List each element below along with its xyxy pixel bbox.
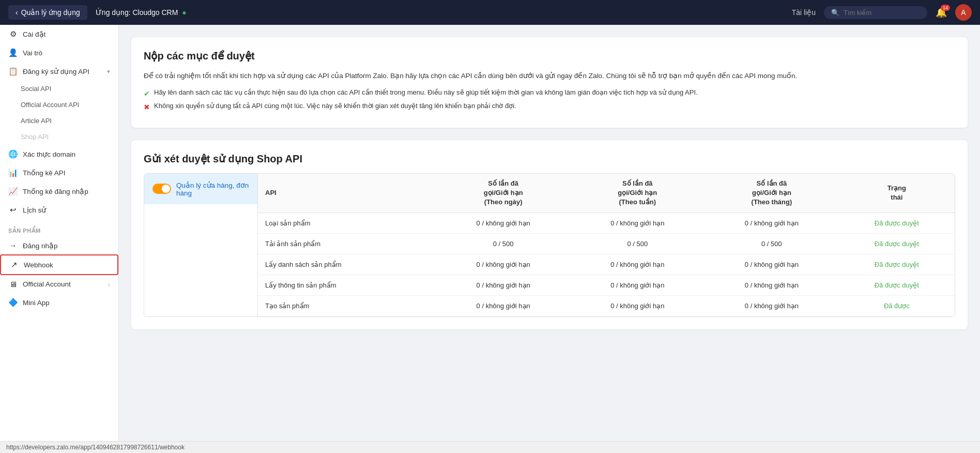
sidebar-item-vai-tro[interactable]: 👤 Vai trò	[0, 43, 118, 62]
section-label-san-pham: Sản phẩm	[0, 219, 118, 236]
search-icon: 🔍	[831, 9, 839, 17]
sidebar-item-label: Đăng ký sử dụng API	[23, 67, 89, 76]
week-cell: 0 / không giới hạn	[570, 254, 705, 275]
status-cell: Đã được duyệt	[839, 233, 955, 254]
week-cell: 0 / không giới hạn	[570, 275, 705, 295]
gear-icon: ⚙	[8, 29, 18, 39]
sidebar-sub-item-social-api[interactable]: Social API	[0, 81, 118, 97]
topnav-right: Tài liệu 🔍 🔔 14 A	[792, 4, 972, 21]
tip-bad: Không xin quyền sử dụng tất cả API cùng …	[144, 102, 955, 111]
history-icon: ↩	[8, 205, 18, 215]
sidebar-item-thong-ke-api[interactable]: 📊 Thống kê API	[0, 163, 118, 182]
week-cell: 0 / 500	[570, 233, 705, 254]
nop-muc-card: Nộp các mục để duyệt Để có trải nghiệm t…	[131, 37, 968, 128]
api-name-cell: Lấy danh sách sản phẩm	[258, 254, 436, 275]
table-row: Loại sản phẩm 0 / không giới hạn 0 / khô…	[258, 213, 955, 233]
back-icon: ‹	[16, 8, 18, 17]
table-row: Tải ảnh sản phẩm 0 / 500 0 / 500 0 / 500…	[258, 233, 955, 254]
api-table: API Số lần đãgọi/Giới hạn(Theo ngày) Số …	[258, 174, 955, 316]
clipboard-icon: 📋	[8, 67, 18, 76]
sidebar-item-label: Thống kê API	[23, 169, 66, 177]
sidebar-item-mini-app[interactable]: 🔷 Mini App	[0, 293, 118, 312]
shop-tab-label: Quản lý cửa hàng, đơn hàng	[176, 181, 249, 197]
table-row: Lấy thông tin sản phẩm 0 / không giới hạ…	[258, 275, 955, 295]
api-name-cell: Lấy thông tin sản phẩm	[258, 275, 436, 295]
avatar[interactable]: A	[955, 4, 972, 21]
shop-tab-quan-ly[interactable]: Quản lý cửa hàng, đơn hàng	[144, 174, 257, 204]
sidebar-item-xac-thuc-domain[interactable]: 🌐 Xác thực domain	[0, 145, 118, 163]
chevron-down-icon: ▾	[107, 68, 110, 75]
th-day: Số lần đãgọi/Giới hạn(Theo ngày)	[436, 174, 571, 213]
back-button[interactable]: ‹ Quản lý ứng dụng	[8, 5, 87, 20]
sidebar-item-label: Xác thực domain	[23, 150, 75, 158]
sidebar-item-label: Lịch sử	[23, 206, 46, 214]
sidebar-sub-label: Social API	[21, 85, 51, 93]
sidebar-item-lich-su[interactable]: ↩ Lịch sử	[0, 201, 118, 219]
sidebar-item-cai-dat[interactable]: ⚙ Cài đặt	[0, 25, 118, 43]
th-month: Số lần đãgọi/Giới hạn(Theo tháng)	[705, 174, 839, 213]
sidebar-item-dang-ky-api[interactable]: 📋 Đăng ký sử dụng API ▾	[0, 62, 118, 81]
day-cell: 0 / không giới hạn	[436, 275, 571, 295]
card1-title: Nộp các mục để duyệt	[144, 50, 955, 62]
app-name: Cloudgo CRM	[132, 8, 178, 17]
tip-bad-text: Không xin quyền sử dụng tất cả API cùng …	[154, 102, 516, 110]
sidebar-sub-label: Shop API	[21, 133, 49, 141]
api-name-cell: Loại sản phẩm	[258, 213, 436, 233]
month-cell: 0 / không giới hạn	[705, 295, 839, 316]
week-cell: 0 / không giới hạn	[570, 213, 705, 233]
back-label: Quản lý ứng dụng	[21, 8, 80, 17]
sidebar-sub-item-shop-api[interactable]: Shop API	[0, 129, 118, 145]
month-cell: 0 / không giới hạn	[705, 275, 839, 295]
card1-intro: Để có trải nghiệm tốt nhất khi tích hợp …	[144, 70, 955, 82]
sidebar-item-official-account[interactable]: 🖥 Official Account ›	[0, 275, 118, 293]
month-cell: 0 / 500	[705, 233, 839, 254]
sidebar-item-label: Cài đặt	[23, 30, 45, 38]
statusbar-url: https://developers.zalo.me/app/140946281…	[6, 444, 185, 451]
notification-button[interactable]: 🔔 14	[936, 7, 947, 18]
layout: ⚙ Cài đặt 👤 Vai trò 📋 Đăng ký sử dụng AP…	[0, 25, 980, 453]
shop-api-card: Gửi xét duyệt sử dụng Shop API Quản lý c…	[131, 140, 968, 329]
api-name-cell: Tạo sản phẩm	[258, 295, 436, 316]
api-table-container: API Số lần đãgọi/Giới hạn(Theo ngày) Số …	[258, 174, 955, 316]
status-cell: Đã được duyệt	[839, 254, 955, 275]
sidebar-item-thong-ke-dang-nhap[interactable]: 📈 Thống kê đăng nhập	[0, 182, 118, 201]
domain-icon: 🌐	[8, 149, 18, 159]
stats-icon: 📈	[8, 187, 18, 196]
sidebar-sub-item-official-account-api[interactable]: Official Account API	[0, 97, 118, 113]
webhook-icon: ↗	[9, 260, 19, 269]
sidebar-item-dang-nhap[interactable]: → Đăng nhập	[0, 236, 118, 254]
sidebar-item-webhook[interactable]: ➤ ↗ Webhook	[0, 254, 118, 275]
official-account-icon: 🖥	[8, 280, 18, 289]
toggle-switch[interactable]	[152, 184, 171, 194]
statusbar: https://developers.zalo.me/app/140946281…	[0, 441, 980, 453]
sidebar-sub-label: Official Account API	[21, 101, 79, 109]
day-cell: 0 / không giới hạn	[436, 254, 571, 275]
table-row: Tạo sản phẩm 0 / không giới hạn 0 / khôn…	[258, 295, 955, 316]
doc-link[interactable]: Tài liệu	[792, 8, 816, 17]
login-icon: →	[8, 241, 18, 250]
day-cell: 0 / không giới hạn	[436, 213, 571, 233]
day-cell: 0 / 500	[436, 233, 571, 254]
table-row: Lấy danh sách sản phẩm 0 / không giới hạ…	[258, 254, 955, 275]
sidebar-item-label: Thống kê đăng nhập	[23, 187, 88, 195]
sidebar-item-label: Đăng nhập	[23, 241, 58, 250]
table-header-row: API Số lần đãgọi/Giới hạn(Theo ngày) Số …	[258, 174, 955, 213]
th-api: API	[258, 174, 436, 213]
tip-good: Hãy lên danh sách các tác vụ cần thực hi…	[144, 88, 955, 98]
app-name-area: Ứng dụng: Cloudgo CRM ●	[96, 8, 784, 17]
search-input[interactable]	[844, 9, 920, 17]
day-cell: 0 / không giới hạn	[436, 295, 571, 316]
main-content: Nộp các mục để duyệt Để có trải nghiệm t…	[119, 25, 980, 453]
sidebar-item-label: Vai trò	[23, 49, 42, 57]
sidebar-sub-item-article-api[interactable]: Article API	[0, 113, 118, 129]
month-cell: 0 / không giới hạn	[705, 254, 839, 275]
chart-icon: 📊	[8, 168, 18, 177]
api-name-cell: Tải ảnh sản phẩm	[258, 233, 436, 254]
topnav: ‹ Quản lý ứng dụng Ứng dụng: Cloudgo CRM…	[0, 0, 980, 25]
shop-layout: Quản lý cửa hàng, đơn hàng API Số lần đã…	[144, 173, 955, 317]
sidebar-item-label: Webhook	[24, 261, 53, 269]
week-cell: 0 / không giới hạn	[570, 295, 705, 316]
status-cell: Đã được	[839, 295, 955, 316]
app-prefix: Ứng dụng:	[96, 8, 131, 17]
month-cell: 0 / không giới hạn	[705, 213, 839, 233]
